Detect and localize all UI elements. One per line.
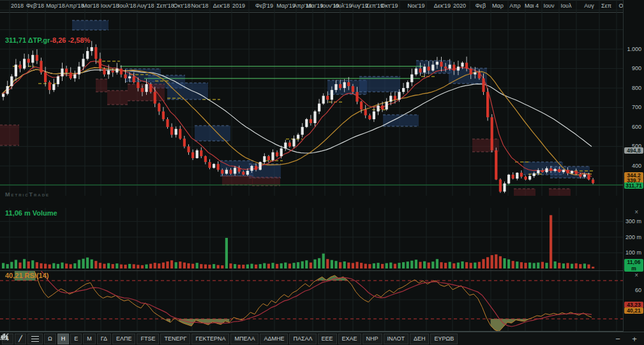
price-change-pct: -2,58% bbox=[68, 36, 90, 44]
zoom-out-button[interactable]: − bbox=[612, 334, 624, 344]
time-tick: Νοε'19 bbox=[407, 3, 424, 9]
time-tick: Μαι 4 bbox=[525, 3, 539, 9]
time-tick: Μαρ'18 bbox=[46, 3, 65, 9]
bar-chart-icon bbox=[0, 332, 10, 341]
watermark-logo: MetricTrade bbox=[5, 191, 50, 198]
price-badge: 311,71 bbox=[624, 182, 643, 189]
last-price: 311,71 bbox=[5, 36, 26, 44]
zoom-in-button[interactable]: + bbox=[629, 334, 640, 344]
axis-tick: 1.000 bbox=[627, 46, 641, 52]
price-badge: 494,8 bbox=[624, 147, 643, 154]
time-tick: Οκτ'19 bbox=[381, 3, 398, 9]
price-chart-canvas[interactable] bbox=[0, 0, 624, 196]
time-tick: Μαι'18 bbox=[82, 3, 99, 9]
axis-tick: 900 bbox=[632, 65, 641, 71]
time-tick: Μαρ bbox=[492, 3, 504, 9]
chart-app: 311,71 ΔTP.gr-8,26 -2,58% MetricTrade 20… bbox=[0, 0, 644, 345]
time-tick: Οκτ'18 bbox=[174, 3, 191, 9]
rsi-value: 40,21 bbox=[5, 272, 23, 279]
toolbar-button-ΜΠΕΛΑ[interactable]: ΜΠΕΛΑ bbox=[230, 334, 258, 344]
toolbar-button-FTSE[interactable]: FTSE bbox=[137, 334, 159, 344]
axis-tick: 400 bbox=[632, 163, 641, 169]
volume-indicator-name: Volume bbox=[33, 209, 57, 217]
price-badge: 40,21 bbox=[624, 307, 643, 314]
axis-tick: 200 m bbox=[625, 234, 641, 240]
time-tick: Απρ bbox=[509, 3, 520, 9]
bottom-toolbar: i╱ΩΗΕΜΓΔΕΛΠΕFTSEΤΕΝΕΡΓΓΕΚΤΕΡΝΑΜΠΕΛΑΑΔΜΗΕ… bbox=[0, 332, 644, 345]
toolbar-button-ΠΑΣΑΛ[interactable]: ΠΑΣΑΛ bbox=[289, 334, 316, 344]
price-chart-pane[interactable]: 311,71 ΔTP.gr-8,26 -2,58% MetricTrade bbox=[0, 0, 624, 196]
toolbar-button-ΙΝΛΟΤ[interactable]: ΙΝΛΟΤ bbox=[384, 334, 408, 344]
time-tick: Αυγ'18 bbox=[137, 3, 154, 9]
indicators-icon bbox=[31, 336, 39, 342]
time-tick: Σεπ bbox=[601, 3, 611, 9]
time-tick: Φεβ'18 bbox=[26, 3, 44, 9]
axis-tick: 100 m bbox=[625, 249, 641, 256]
candlestick-chart-icon[interactable] bbox=[579, 334, 590, 344]
toolbar-button-ΝΗΡ[interactable]: ΝΗΡ bbox=[363, 334, 382, 344]
time-tick: Ιουν bbox=[544, 3, 555, 9]
time-tick: Σεπ'18 bbox=[156, 3, 174, 9]
time-tick: Ιουλ'19 bbox=[334, 3, 352, 9]
time-tick: Μαρ'19 bbox=[276, 3, 296, 9]
time-tick: Ιουλ'18 bbox=[118, 3, 137, 9]
axis-tick: 700 bbox=[632, 104, 641, 110]
volume-close-icon[interactable]: × bbox=[634, 209, 638, 216]
bar-chart-icon[interactable] bbox=[595, 334, 607, 344]
time-tick: Φεβ bbox=[476, 3, 486, 9]
time-tick: Απρ'18 bbox=[65, 3, 84, 9]
time-tick: Δεκ'19 bbox=[434, 3, 451, 9]
time-tick: Νοε'18 bbox=[191, 3, 208, 9]
price-badge: 11,06 m bbox=[624, 259, 643, 272]
time-tick: Δεκ'18 bbox=[213, 3, 230, 9]
axis-tick: 800 bbox=[632, 85, 641, 91]
toolbar-button-Ε[interactable]: Ε bbox=[70, 334, 82, 344]
indicators-button[interactable] bbox=[27, 334, 43, 344]
time-tick: Ιουλ bbox=[561, 3, 572, 9]
volume-pane[interactable]: 11,06 m Volume bbox=[0, 208, 624, 271]
toolbar-button-Η[interactable]: Η bbox=[57, 334, 70, 344]
toolbar-button-ΕΕΕ[interactable]: ΕΕΕ bbox=[318, 334, 337, 344]
axis-tick: 600 bbox=[632, 124, 641, 130]
toolbar-button-ΕΧΑΕ[interactable]: ΕΧΑΕ bbox=[338, 334, 361, 344]
axis-tick: 60 bbox=[635, 287, 641, 293]
time-tick: 2018 bbox=[11, 3, 24, 9]
time-tick: Ιουν'18 bbox=[101, 3, 119, 9]
time-tick: 2020 bbox=[453, 3, 466, 9]
toolbar-button-ΓΔ[interactable]: ΓΔ bbox=[97, 334, 111, 344]
volume-legend: 11,06 m Volume bbox=[5, 209, 57, 217]
symbol-name: ΔTP.gr bbox=[28, 36, 50, 44]
toolbar-button-ΑΔΜΗΕ[interactable]: ΑΔΜΗΕ bbox=[260, 334, 288, 344]
volume-value: 11,06 m bbox=[5, 209, 31, 217]
rsi-chart-canvas[interactable] bbox=[0, 271, 624, 331]
time-tick: Αυγ bbox=[584, 3, 594, 9]
draw-line-button[interactable]: ╱ bbox=[15, 334, 26, 344]
toolbar-button-ΔΕΗ[interactable]: ΔΕΗ bbox=[410, 334, 430, 344]
toolbar-button-ΓΕΚΤΕΡΝΑ[interactable]: ΓΕΚΤΕΡΝΑ bbox=[191, 334, 229, 344]
price-axis[interactable]: 1.000900800700600500400300 m200 m100 m60… bbox=[623, 0, 644, 332]
rsi-indicator-name: RSI(14) bbox=[25, 272, 49, 279]
rsi-legend: 40,21 RSI(14) bbox=[5, 272, 49, 279]
axis-tick: 300 m bbox=[625, 218, 641, 224]
price-change: -8,26 bbox=[50, 36, 66, 44]
toolbar-button-Ω[interactable]: Ω bbox=[44, 334, 56, 344]
time-tick: 2019 bbox=[232, 3, 245, 9]
toolbar-button-ΕΥΡΩΒ[interactable]: ΕΥΡΩΒ bbox=[430, 334, 458, 344]
toolbar-button-Μ[interactable]: Μ bbox=[83, 334, 96, 344]
volume-chart-canvas[interactable] bbox=[0, 208, 624, 270]
instrument-legend: 311,71 ΔTP.gr-8,26 -2,58% bbox=[5, 36, 90, 44]
toolbar-button-ΕΛΠΕ[interactable]: ΕΛΠΕ bbox=[112, 334, 136, 344]
rsi-pane[interactable]: 40,21 RSI(14) bbox=[0, 271, 624, 332]
rsi-close-icon[interactable]: × bbox=[634, 272, 638, 279]
toolbar-button-ΤΕΝΕΡΓ[interactable]: ΤΕΝΕΡΓ bbox=[160, 334, 190, 344]
time-tick: Φεβ'19 bbox=[255, 3, 273, 9]
